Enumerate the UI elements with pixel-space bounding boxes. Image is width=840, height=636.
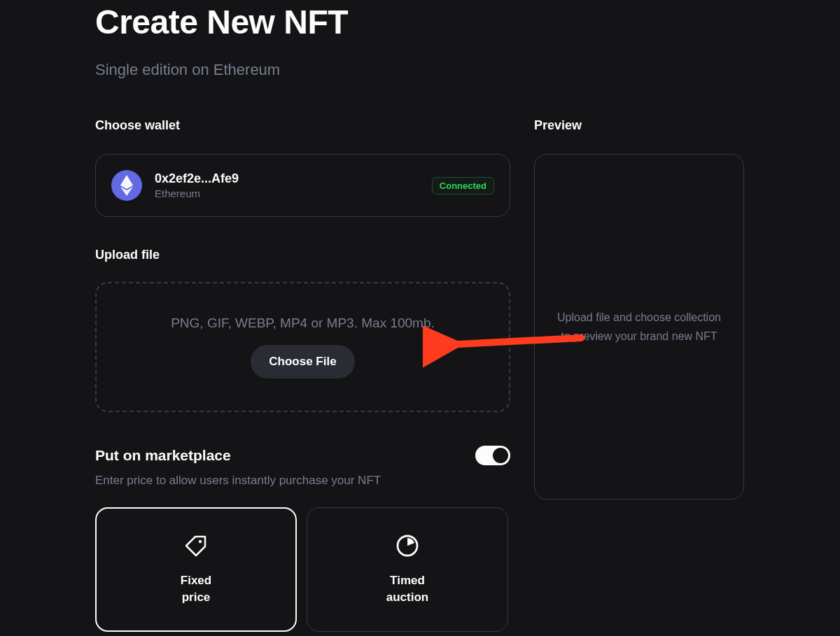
sale-option-timed-label: Timed auction — [386, 572, 428, 606]
marketplace-title: Put on marketplace — [95, 447, 231, 464]
clock-icon — [395, 533, 420, 558]
sale-option-fixed-label: Fixed price — [181, 572, 211, 606]
preview-section-label: Preview — [534, 118, 744, 133]
wallet-address: 0x2ef2e...Afe9 — [155, 171, 419, 186]
choose-file-button[interactable]: Choose File — [251, 345, 354, 379]
sale-option-fixed[interactable]: Fixed price — [95, 507, 297, 632]
price-tag-icon — [183, 533, 209, 558]
svg-point-0 — [199, 540, 202, 543]
wallet-section-label: Choose wallet — [95, 118, 510, 133]
wallet-status-badge: Connected — [432, 177, 494, 195]
upload-dropzone[interactable]: PNG, GIF, WEBP, MP4 or MP3. Max 100mb. C… — [95, 282, 510, 412]
wallet-card[interactable]: 0x2ef2e...Afe9 Ethereum Connected — [95, 154, 510, 217]
preview-placeholder-text: Upload file and choose collection to pre… — [552, 308, 727, 346]
ethereum-icon — [111, 170, 142, 201]
upload-hint: PNG, GIF, WEBP, MP4 or MP3. Max 100mb. — [171, 316, 435, 331]
upload-section-label: Upload file — [95, 248, 510, 262]
sale-option-timed[interactable]: Timed auction — [307, 507, 508, 632]
wallet-network: Ethereum — [155, 188, 419, 199]
page-subtitle: Single edition on Ethereum — [95, 61, 745, 79]
preview-panel: Upload file and choose collection to pre… — [534, 154, 744, 500]
toggle-knob — [493, 448, 508, 463]
marketplace-toggle[interactable] — [475, 446, 510, 465]
marketplace-description: Enter price to allow users instantly pur… — [95, 474, 510, 488]
page-title: Create New NFT — [95, 0, 745, 41]
